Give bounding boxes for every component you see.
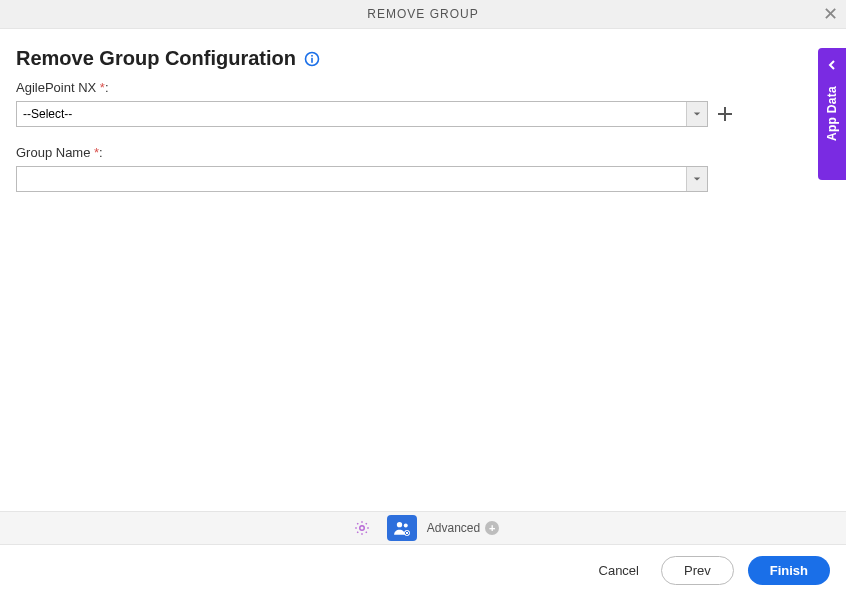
close-icon[interactable]: ✕ xyxy=(823,5,838,23)
page-title: Remove Group Configuration xyxy=(16,47,296,70)
chevron-left-icon xyxy=(827,56,837,74)
settings-tab[interactable] xyxy=(347,515,377,541)
dialog-title: REMOVE GROUP xyxy=(367,7,478,21)
agilepoint-field-group: AgilePoint NX *: xyxy=(16,80,830,127)
svg-rect-2 xyxy=(311,55,313,57)
groupname-label: Group Name *: xyxy=(16,145,830,160)
add-agilepoint-button[interactable] xyxy=(716,105,734,123)
agilepoint-select[interactable] xyxy=(16,101,708,127)
required-asterisk: * xyxy=(100,80,105,95)
plus-circle-icon: + xyxy=(485,521,499,535)
group-tab[interactable] xyxy=(387,515,417,541)
agilepoint-label: AgilePoint NX *: xyxy=(16,80,830,95)
prev-button[interactable]: Prev xyxy=(661,556,734,585)
agilepoint-input[interactable] xyxy=(17,102,686,126)
cancel-button[interactable]: Cancel xyxy=(591,557,647,584)
svg-point-3 xyxy=(360,526,365,531)
advanced-label: Advanced xyxy=(427,521,480,535)
groupname-input[interactable] xyxy=(17,167,686,191)
dialog-footer: Cancel Prev Finish xyxy=(0,545,846,595)
required-asterisk: * xyxy=(94,145,99,160)
groupname-field-row xyxy=(16,166,830,192)
app-data-panel-toggle[interactable]: App Data xyxy=(818,48,846,180)
svg-point-4 xyxy=(397,522,402,527)
dialog-header: REMOVE GROUP ✕ xyxy=(0,0,846,29)
advanced-button[interactable]: Advanced + xyxy=(427,521,499,535)
app-data-label: App Data xyxy=(825,86,839,141)
svg-rect-1 xyxy=(311,57,313,62)
chevron-down-icon[interactable] xyxy=(686,102,707,126)
agilepoint-label-text: AgilePoint NX xyxy=(16,80,96,95)
bottom-tabstrip: Advanced + xyxy=(0,511,846,545)
chevron-down-icon[interactable] xyxy=(686,167,707,191)
groupname-field-group: Group Name *: xyxy=(16,145,830,192)
finish-button[interactable]: Finish xyxy=(748,556,830,585)
form-area: AgilePoint NX *: Group Name *: xyxy=(0,80,846,192)
page-title-row: Remove Group Configuration xyxy=(0,29,846,80)
groupname-select[interactable] xyxy=(16,166,708,192)
groupname-label-text: Group Name xyxy=(16,145,90,160)
info-icon[interactable] xyxy=(304,51,320,67)
agilepoint-field-row xyxy=(16,101,830,127)
svg-point-5 xyxy=(404,524,408,528)
